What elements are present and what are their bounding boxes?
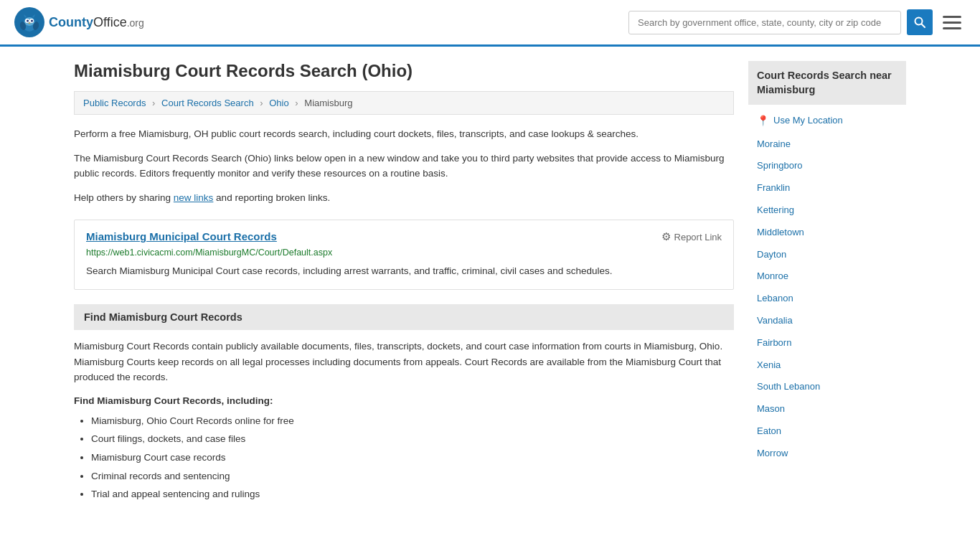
sidebar-link-xenia[interactable]: Xenia [748, 354, 906, 377]
intro3-before: Help others by sharing [74, 192, 174, 203]
sidebar-header: Court Records Search near Miamisburg [748, 61, 906, 105]
logo-text: CountyOffice.org [49, 15, 144, 30]
sidebar-link-mason[interactable]: Mason [748, 398, 906, 420]
menu-button[interactable] [938, 11, 966, 34]
sidebar-link-kettering[interactable]: Kettering [748, 199, 906, 222]
find-section: Find Miamisburg Court Records Miamisburg… [74, 304, 734, 504]
sidebar-link-franklin[interactable]: Franklin [748, 177, 906, 199]
list-item: Miamisburg, Ohio Court Records online fo… [91, 412, 734, 430]
pin-icon: 📍 [757, 115, 769, 126]
report-label: Report Link [674, 232, 722, 242]
intro3-after: and reporting broken links. [213, 192, 330, 203]
list-item: Miamisburg Court case records [91, 448, 734, 467]
new-links-link[interactable]: new links [174, 192, 214, 203]
logo-area[interactable]: CountyOffice.org [14, 7, 144, 37]
breadcrumb-public-records[interactable]: Public Records [83, 98, 146, 108]
sidebar-link-south-lebanon[interactable]: South Lebanon [748, 376, 906, 398]
sidebar-link-lebanon[interactable]: Lebanon [748, 288, 906, 310]
sidebar-link-moraine[interactable]: Moraine [748, 133, 906, 156]
search-button[interactable] [907, 9, 933, 35]
find-section-subheader: Find Miamisburg Court Records, including… [74, 395, 734, 406]
intro-paragraph-3: Help others by sharing new links and rep… [74, 190, 734, 206]
breadcrumb-court-records-search[interactable]: Court Records Search [161, 98, 254, 108]
use-my-location-button[interactable]: 📍 Use My Location [748, 110, 852, 131]
record-description: Search Miamisburg Municipal Court case r… [86, 263, 722, 279]
report-icon: ⚙ [661, 230, 671, 243]
sidebar-link-dayton[interactable]: Dayton [748, 244, 906, 266]
list-item: Criminal records and sentencing [91, 467, 734, 486]
svg-point-6 [31, 20, 33, 22]
intro-paragraph-1: Perform a free Miamisburg, OH public cou… [74, 126, 734, 142]
breadcrumb-sep-2: › [260, 98, 263, 108]
list-item: Court filings, dockets, and case files [91, 430, 734, 448]
sidebar-link-vandalia[interactable]: Vandalia [748, 310, 906, 332]
search-icon [914, 17, 925, 28]
breadcrumb-current: Miamisburg [304, 98, 352, 108]
breadcrumb: Public Records › Court Records Search › … [74, 91, 734, 115]
page-title: Miamisburg Court Records Search (Ohio) [74, 61, 734, 81]
intro-paragraph-2: The Miamisburg Court Records Search (Ohi… [74, 151, 734, 182]
breadcrumb-sep-3: › [295, 98, 298, 108]
find-section-list: Miamisburg, Ohio Court Records online fo… [74, 412, 734, 504]
svg-line-13 [922, 24, 925, 28]
record-title-link[interactable]: Miamisburg Municipal Court Records [86, 230, 277, 242]
sidebar-link-middletown[interactable]: Middletown [748, 222, 906, 244]
report-link-button[interactable]: ⚙ Report Link [661, 230, 722, 243]
breadcrumb-ohio[interactable]: Ohio [269, 98, 288, 108]
record-url[interactable]: https://web1.civicacmi.com/MiamisburgMC/… [86, 248, 722, 258]
logo-icon [14, 7, 44, 37]
search-input[interactable] [628, 11, 901, 34]
record-card: Miamisburg Municipal Court Records ⚙ Rep… [74, 220, 734, 290]
sidebar-link-morrow[interactable]: Morrow [748, 443, 906, 465]
sidebar-link-fairborn[interactable]: Fairborn [748, 332, 906, 354]
sidebar: Court Records Search near Miamisburg 📍 U… [748, 61, 906, 465]
breadcrumb-sep-1: › [152, 98, 155, 108]
sidebar-link-springboro[interactable]: Springboro [748, 155, 906, 177]
svg-point-5 [27, 20, 29, 22]
find-section-body: Miamisburg Court Records contain publicl… [74, 339, 734, 385]
use-my-location-label: Use My Location [773, 115, 843, 126]
list-item: Trial and appeal sentencing and rulings [91, 485, 734, 504]
find-section-header: Find Miamisburg Court Records [74, 304, 734, 330]
sidebar-link-monroe[interactable]: Monroe [748, 265, 906, 288]
sidebar-link-eaton[interactable]: Eaton [748, 420, 906, 443]
record-title[interactable]: Miamisburg Municipal Court Records [86, 230, 277, 242]
